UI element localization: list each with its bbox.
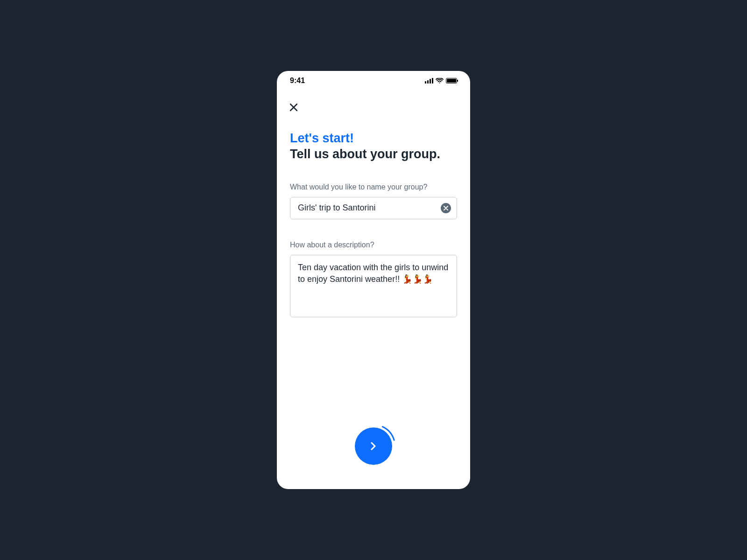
- group-name-input-wrapper[interactable]: [290, 197, 457, 219]
- group-name-input[interactable]: [298, 203, 441, 213]
- heading-main: Tell us about your group.: [290, 147, 457, 162]
- status-bar: 9:41: [277, 71, 470, 89]
- progress-ring: [351, 424, 396, 469]
- svg-point-0: [351, 424, 396, 469]
- cellular-signal-icon: [425, 78, 433, 84]
- description-input-wrapper[interactable]: Ten day vacation with the girls to unwin…: [290, 255, 457, 318]
- group-name-label: What would you like to name your group?: [290, 183, 457, 191]
- close-icon: [290, 104, 297, 111]
- description-label: How about a description?: [290, 241, 457, 249]
- battery-icon: [446, 78, 457, 84]
- heading-accent: Let's start!: [290, 131, 457, 147]
- wifi-icon: [436, 78, 444, 84]
- close-button[interactable]: [290, 89, 297, 114]
- status-time: 9:41: [290, 77, 305, 85]
- clear-icon: [444, 206, 448, 210]
- next-button-container: [351, 424, 396, 469]
- clear-input-button[interactable]: [441, 203, 451, 213]
- status-icons: [425, 78, 457, 84]
- group-name-section: What would you like to name your group?: [290, 183, 457, 219]
- description-input[interactable]: Ten day vacation with the girls to unwin…: [298, 262, 449, 309]
- description-section: How about a description? Ten day vacatio…: [290, 241, 457, 318]
- content-area: Let's start! Tell us about your group. W…: [277, 89, 470, 317]
- phone-frame: 9:41 Let's start! Tell us about you: [277, 71, 470, 489]
- heading-section: Let's start! Tell us about your group.: [290, 131, 457, 162]
